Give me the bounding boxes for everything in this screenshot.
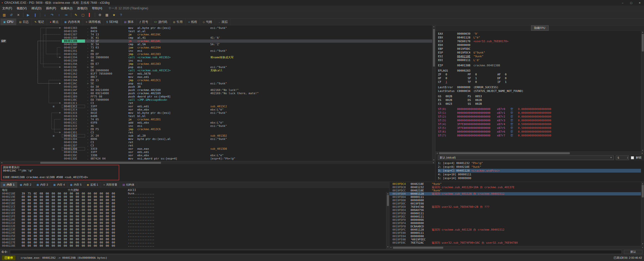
- scrollbar-thumb[interactable]: [40, 162, 161, 164]
- stack-row[interactable]: 0019FDC800401232返回到 crackme.sub_401128+1…: [389, 186, 644, 189]
- disasm-row[interactable]: 00401392.EB EFjmpcrackme.401383: [0, 53, 432, 56]
- calling-convention-select[interactable]: 默认 (stdcall) ▼: [438, 155, 614, 160]
- flag-value[interactable]: 1: [505, 80, 507, 84]
- arg-row[interactable]: 2: [esp+8] 0040218E "9unk": [438, 165, 644, 169]
- memory-row[interactable]: 004021DE00 00 00 00 00 00 00 00 00 00 00…: [0, 208, 389, 212]
- memory-row[interactable]: 004021EE00 00 00 00 00 00 00 00 00 00 00…: [0, 212, 389, 215]
- register-value[interactable]: 0019FDDC: [457, 47, 470, 50]
- register-row[interactable]: ST(5)3FFE8000000000000000x87r5空0.5000000…: [438, 126, 641, 130]
- flag-value[interactable]: 1: [475, 77, 477, 80]
- disasm-row[interactable]: 00401391.46incesiesi:"9unk": [0, 49, 432, 53]
- scroll-right-icon[interactable]: ►: [641, 152, 643, 154]
- flag-value[interactable]: 0: [446, 73, 447, 76]
- tab-log[interactable]: ▤日志: [16, 19, 32, 25]
- disasm-row[interactable]: EIP0040138B.72 1Fjbcrackme.4013AC: [0, 39, 432, 43]
- run-to-cursor-button[interactable]: ⇒: [63, 12, 69, 18]
- stack-row[interactable]: 0019FDD400000111: [389, 195, 644, 199]
- stack-row[interactable]: 0019FDF8DCBAABCD: [389, 225, 644, 228]
- disasm-row[interactable]: 0040138D.3C 5Acmpal,5A5A:'Z': [0, 43, 432, 46]
- disasm-row[interactable]: 004013C1.C3ret: [0, 101, 432, 105]
- scroll-right-icon[interactable]: ►: [642, 246, 643, 249]
- scroll-down-icon[interactable]: ▼: [433, 159, 435, 161]
- stack-row[interactable]: 0019FE0400000000: [389, 235, 644, 238]
- register-row[interactable]: ST(4)3FFE8000000000000000x87r4空0.5000000…: [438, 122, 641, 126]
- register-row[interactable]: EDX00000000: [438, 43, 641, 47]
- registers-hscrollbar[interactable]: ◄ ►: [435, 151, 644, 154]
- stack-row[interactable]: 0019FDC40040218E"9unk": [389, 182, 644, 186]
- minimize-button[interactable]: –: [618, 0, 627, 6]
- tab-memory-map[interactable]: ▦内存布局: [62, 19, 83, 25]
- scroll-down-icon[interactable]: ▼: [387, 245, 388, 249]
- disasm-row[interactable]: 004013BC.E8 79000000call<JMP.&MessageBox…: [0, 98, 432, 101]
- register-value[interactable]: 0040218E: [457, 55, 470, 58]
- register-row[interactable]: CF1TF0IF1: [438, 80, 641, 84]
- register-row[interactable]: EIP0040138Bcrackme.0040138B: [438, 64, 641, 67]
- memory-row[interactable]: 004021FE00 00 00 00 00 00 00 00 00 00 00…: [0, 215, 389, 218]
- stack-row[interactable]: 0019FE0000000111: [389, 231, 644, 235]
- favourites-button[interactable]: ★: [111, 12, 117, 18]
- stack-row[interactable]: 0019FDEC00000111: [389, 215, 644, 218]
- disasm-row[interactable]: 004013DE.8B7424 04movesi,dword ptr ss:[e…: [0, 157, 432, 160]
- tab-struct[interactable]: ▤结构体: [120, 182, 137, 188]
- disasm-row[interactable]: 004013DA.33FFxoredi,edi: [0, 150, 432, 154]
- hide-fpu-button[interactable]: 隐藏FPU: [531, 25, 549, 31]
- disasm-row[interactable]: 004013C8.84DBtestbl,bl: [0, 115, 432, 118]
- disasm-hscrollbar[interactable]: ◄ ►: [0, 161, 435, 164]
- register-row[interactable]: EBP0019FDDC: [438, 47, 641, 51]
- tab-dump-3[interactable]: ▦内存 3: [34, 182, 51, 188]
- disasm-row[interactable]: 004013CC.03FBaddedi,ebxebx:L"è": [0, 121, 432, 124]
- disasm-row[interactable]: 004013B9.FF75 08pushdword ptr ss:[ebp+8]: [0, 95, 432, 98]
- disasm-row[interactable]: ⊞004013D2.2C 20subal,20sub_4013D2: [0, 134, 432, 137]
- memory-row[interactable]: 0040223E00 00 00 00 00 00 00 00 00 00 00…: [0, 228, 389, 231]
- scrollbar-thumb[interactable]: [433, 29, 435, 67]
- flag-value[interactable]: 002B: [475, 102, 482, 106]
- register-row[interactable]: OF0SF1DF0: [438, 76, 641, 80]
- memory-row[interactable]: 0040220E00 00 00 00 00 00 00 00 00 00 00…: [0, 218, 389, 221]
- tab-references[interactable]: ◎引用: [170, 19, 186, 25]
- scroll-left-icon[interactable]: ◄: [390, 246, 391, 249]
- register-value[interactable]: 00000000: [457, 86, 470, 89]
- register-row[interactable]: EDI00000111L'đ': [438, 58, 641, 62]
- help-button[interactable]: ?: [118, 12, 124, 18]
- register-value[interactable]: 0019FDC4: [457, 51, 470, 54]
- memory-row[interactable]: 004021BE00 00 00 00 00 00 00 00 00 00 00…: [0, 202, 389, 205]
- tab-cpu[interactable]: ▣CPU: [1, 19, 16, 25]
- register-row[interactable]: ST(6)00000000000000000000x87r6空0.0000000…: [438, 130, 641, 134]
- register-value[interactable]: 00000111: [457, 59, 470, 62]
- tab-dump-4[interactable]: ▦内存 4: [51, 182, 68, 188]
- scrollbar-thumb[interactable]: [642, 185, 644, 197]
- flag-value[interactable]: 002B: [446, 98, 452, 102]
- flag-value[interactable]: 0: [505, 73, 507, 76]
- stack-row[interactable]: 0019FE08└0019FEEC: [389, 238, 644, 241]
- pause-button[interactable]: ∥: [32, 12, 38, 18]
- memory-row[interactable]: 0040224E00 00 00 00 00 00 00 00 00 00 00…: [0, 231, 389, 234]
- scroll-left-icon[interactable]: ◄: [1, 162, 3, 164]
- disasm-row[interactable]: 004013B4.68 69214000pushcrackme.40216940…: [0, 92, 432, 95]
- register-value[interactable]: 76E80170: [457, 40, 470, 43]
- tab-seh-chain[interactable]: §SEH链: [104, 19, 121, 25]
- memory-row[interactable]: 0040219E00 00 00 00 00 00 00 00 00 00 00…: [0, 195, 389, 198]
- memory-row[interactable]: 004021CE00 00 00 00 00 00 00 00 00 00 00…: [0, 205, 389, 208]
- args-count-spinner[interactable]: 5 ▲▼: [616, 155, 629, 160]
- scrollbar-thumb[interactable]: [642, 34, 644, 51]
- disasm-row[interactable]: 004013C6.8A1Emovbl,byte ptr ds:[esi]esi:…: [0, 111, 432, 115]
- tab-symbols[interactable]: ƒ符号: [137, 19, 151, 25]
- menu-item[interactable]: 选项(O): [75, 6, 90, 11]
- flag-value[interactable]: 0: [475, 80, 477, 84]
- stack-row[interactable]: 0019FDD800000000: [389, 199, 644, 202]
- register-row[interactable]: GS002BFS0053: [438, 94, 641, 98]
- register-row[interactable]: ST(0)00000000000000000000x87r0空0.0000000…: [438, 107, 641, 111]
- disasm-row[interactable]: ⊞004013C2.33FFxoredi,edisub_4013C2: [0, 105, 432, 108]
- command-input[interactable]: [10, 250, 622, 254]
- register-row[interactable]: ST(3)00000000000000000000x87r3空0.0000000…: [438, 119, 641, 122]
- memory-row[interactable]: 0040226E00 00 00 00 00 00 00 00 00 00 00…: [0, 238, 389, 241]
- disasm-vscrollbar[interactable]: ▲ ▼: [432, 25, 435, 161]
- stack-row[interactable]: 0019FDD000401128返回到 crackme.sub_401128 自…: [389, 192, 644, 195]
- stack-row[interactable]: 0019FE0C76E752AC返回到 user32.sub_76E74F00+…: [389, 241, 644, 244]
- disasm-row[interactable]: 004013A8.8BC7moveax,edi: [0, 75, 432, 79]
- tab-breakpoints[interactable]: ●断点: [47, 19, 62, 25]
- register-row[interactable]: ECX76E80170<user32.sub_76E80170>: [438, 39, 641, 43]
- disasm-row[interactable]: 00401385.84C0testal,al: [0, 30, 432, 33]
- command-profile-select[interactable]: 默认: [624, 250, 642, 254]
- register-row[interactable]: ES002BDS002B: [438, 98, 641, 102]
